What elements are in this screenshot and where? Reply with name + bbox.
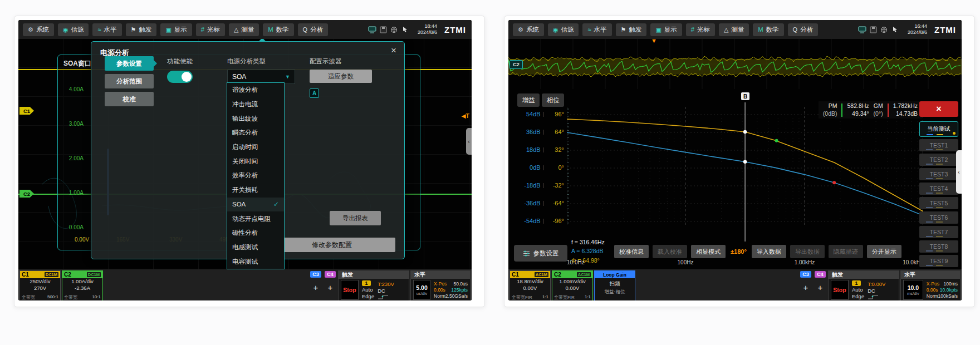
trigger-position-icon[interactable]: ▼ (651, 39, 657, 44)
touch-pointer-icon[interactable] (401, 26, 408, 33)
side-panel-collapse-handle[interactable]: ‹ (466, 128, 472, 155)
tab-calibration[interactable]: 校准 (105, 92, 154, 106)
dropdown-item[interactable]: 冲击电流 (227, 97, 284, 112)
trigger-section[interactable]: 触发 Stop 1AutoEdge T:0.00VDC (828, 270, 899, 300)
close-icon[interactable]: × (391, 45, 396, 56)
horizontal-section[interactable]: 水平 10.0ms/div X-Pos100ms 0.00s10.0kpts N… (900, 270, 961, 300)
network-icon[interactable] (390, 26, 398, 33)
trigger-section[interactable]: 触发 Stop 1AutoEdge T:230VDC (338, 270, 409, 300)
test-item[interactable]: TEST4 (919, 183, 958, 195)
enable-toggle[interactable] (167, 71, 193, 83)
export-report-button[interactable]: 导出报表 (330, 211, 381, 225)
menu-source[interactable]: ◉信源 (548, 23, 579, 36)
trigger-level-marker[interactable]: ◀T (462, 112, 470, 119)
menu-horizontal[interactable]: ≈水平 (582, 23, 611, 36)
menu-display[interactable]: ▣显示 (650, 23, 682, 36)
channel-c1-box[interactable]: C1DC1M 250V/div 270V 全带宽500:1 (19, 270, 61, 300)
analysis-type-label: 电源分析类型 (227, 57, 266, 66)
menu-source[interactable]: ◉信源 (58, 23, 89, 36)
clock: 18:442024/8/6 (418, 23, 437, 36)
bode-curves (567, 101, 923, 241)
menu-trigger[interactable]: ⚑触发 (616, 23, 647, 36)
channel-c3-add[interactable]: C3+ (799, 270, 812, 300)
phase-display-mode-button[interactable]: 相显模式 (691, 245, 726, 258)
dropdown-item[interactable]: 磁性分析 (227, 226, 284, 240)
monitor-icon[interactable] (368, 26, 376, 33)
menu-cursor[interactable]: #光标 (196, 23, 225, 36)
dropdown-item[interactable]: 电容测试 (227, 254, 284, 269)
channel-c4-add[interactable]: C4+ (324, 270, 337, 300)
test-item[interactable]: TEST2 (919, 154, 958, 166)
side-panel-collapse-handle[interactable]: ‹ (956, 150, 962, 194)
param-settings-button[interactable]: 参数设置 (514, 245, 567, 262)
hide-trace-button[interactable]: 隐藏描迹 (829, 245, 863, 258)
adapt-params-button[interactable]: 适应参数 (310, 70, 372, 83)
split-display-button[interactable]: 分开显示 (867, 245, 901, 258)
test-item[interactable]: TEST5 (919, 197, 958, 209)
triangle-ruler-icon: △ (724, 27, 728, 33)
trigger-coupling: DC (378, 288, 394, 294)
dropdown-item[interactable]: 效率分析 (227, 169, 284, 183)
channel-c1-box[interactable]: C1AC1M 18.8mV/div 0.00V 全带宽FIR1:1 (509, 270, 551, 300)
phase-range-value[interactable]: ±180° (729, 245, 748, 258)
tab-analysis-range[interactable]: 分析范围 (105, 74, 154, 88)
phase-button[interactable]: 相位 (542, 93, 564, 107)
menu-horizontal[interactable]: ≈水平 (92, 23, 121, 36)
channel-c3-add[interactable]: C3+ (309, 270, 322, 300)
monitor-icon[interactable] (858, 26, 866, 33)
test-item[interactable]: TEST6 (919, 211, 958, 224)
menu-math[interactable]: M数学 (263, 23, 293, 36)
menu-label: 信源 (71, 26, 84, 34)
c2-channel-badge[interactable]: C2 (509, 60, 523, 69)
menu-cursor[interactable]: #光标 (686, 23, 715, 36)
close-test-button[interactable]: × (919, 101, 958, 117)
test-item[interactable]: TEST1 (919, 139, 958, 151)
modify-params-button[interactable]: 修改参数配置 (268, 238, 395, 252)
menu-analysis[interactable]: Q分析 (788, 23, 819, 36)
dropdown-item[interactable]: 输出纹波 (227, 111, 284, 126)
cursor-b-label[interactable]: B (741, 92, 749, 100)
horizontal-section[interactable]: 水平 5.00us/div X-Pos50.0us 0.00s125kpts N… (410, 270, 471, 300)
menu-trigger[interactable]: ⚑触发 (126, 23, 157, 36)
load-calibration-button[interactable]: 载入校准 (653, 245, 687, 258)
dropdown-item[interactable]: 瞬态分析 (227, 126, 284, 140)
page: ⚙系统 ◉信源 ≈水平 ⚑触发 ▣显示 #光标 △测量 M数学 Q分析 18:4… (0, 0, 980, 345)
dropdown-item[interactable]: 谐波分析 (227, 83, 284, 97)
calibration-info-button[interactable]: 校准信息 (614, 245, 649, 258)
loop-gain-box[interactable]: Loop Gain 扫频 增益-相位 (594, 270, 635, 300)
menu-math[interactable]: M数学 (753, 23, 783, 36)
dropdown-item[interactable]: 电感测试 (227, 240, 284, 255)
dropdown-item[interactable]: 动态开点电阻 (227, 211, 284, 226)
channel-offset: 0.00V (552, 285, 592, 292)
test-item[interactable]: TEST9 (919, 255, 958, 267)
menu-measure[interactable]: △测量 (719, 23, 749, 36)
trigger-source-badge: 1 (852, 280, 861, 286)
dropdown-item-selected[interactable]: SOA✓ (227, 198, 284, 212)
dropdown-item[interactable]: 开关损耗 (227, 183, 284, 198)
dropdown-item[interactable]: 启动时间 (227, 140, 284, 155)
channel-c2-box[interactable]: C2AC1M 1.00mV/div 0.00V 全带宽FIR1:1 (552, 270, 593, 300)
dropdown-item[interactable]: 关闭时间 (227, 154, 284, 169)
storage-icon[interactable] (870, 26, 877, 33)
network-icon[interactable] (880, 26, 888, 33)
test-item[interactable]: TEST8 (919, 240, 958, 253)
menu-measure[interactable]: △测量 (229, 23, 259, 36)
tab-param-settings[interactable]: 参数设置 (105, 56, 154, 71)
trigger-coupling: DC (868, 288, 885, 294)
import-data-button[interactable]: 导入数据 (752, 245, 786, 258)
test-item[interactable]: TEST7 (919, 226, 958, 238)
storage-icon[interactable] (380, 26, 387, 33)
touch-pointer-icon[interactable] (891, 26, 898, 33)
menu-system[interactable]: ⚙系统 (513, 23, 544, 36)
channel-c2-box[interactable]: C2DC1M 1.00A/div -2.36A 全带宽10:1 (62, 270, 103, 300)
menu-system[interactable]: ⚙系统 (23, 23, 54, 36)
display-icon: ▣ (655, 27, 661, 33)
trigger-level: T:0.00V (868, 281, 885, 287)
gain-button[interactable]: 增益 (517, 93, 540, 107)
menu-display[interactable]: ▣显示 (160, 23, 192, 36)
channel-c4-add[interactable]: C4+ (814, 270, 827, 300)
menu-analysis[interactable]: Q分析 (298, 23, 329, 36)
test-item[interactable]: TEST3 (919, 168, 958, 180)
current-test-button[interactable]: 当前测试 (919, 121, 958, 137)
export-data-button[interactable]: 导出数据 (790, 245, 825, 258)
